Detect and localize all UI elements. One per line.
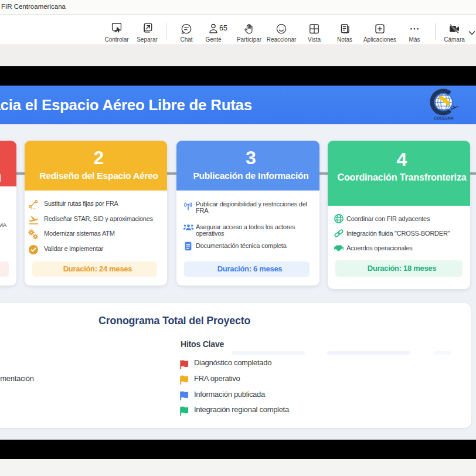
svg-text:COCESNA: COCESNA bbox=[434, 116, 454, 120]
